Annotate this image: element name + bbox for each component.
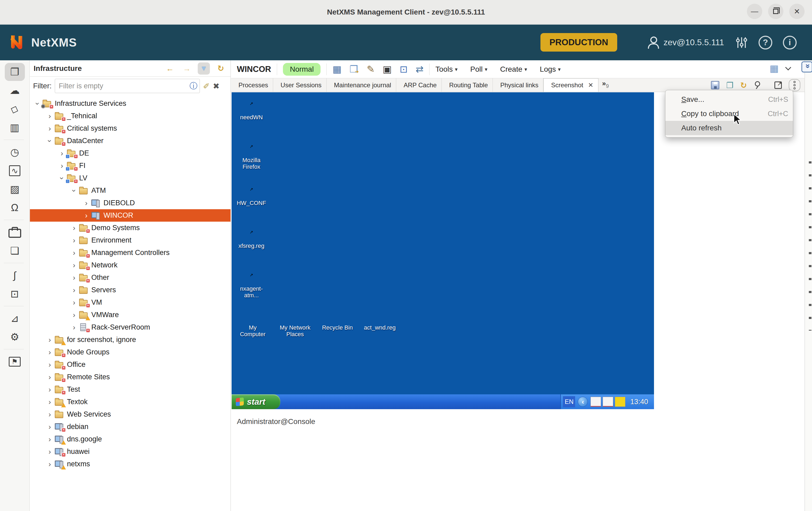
expander-icon[interactable]	[70, 324, 78, 331]
rail-terminal[interactable]	[5, 285, 25, 303]
desktop-icon[interactable]: ↗ act_wnd.reg	[359, 305, 401, 338]
pin-view-button[interactable]	[754, 81, 761, 89]
minimize-button[interactable]: —	[747, 4, 762, 19]
minimize-views-icon[interactable]: «	[802, 61, 812, 72]
filter-button[interactable]	[198, 62, 210, 74]
expander-icon[interactable]	[46, 125, 54, 132]
context-menu-item[interactable]: Copy to clipboard Ctrl+C	[665, 107, 793, 121]
tree-item[interactable]: ↑ ✕ Textok	[30, 396, 231, 408]
back-button[interactable]	[164, 62, 176, 74]
remote-control-icon[interactable]	[400, 64, 408, 75]
expander-icon[interactable]	[70, 249, 78, 257]
rail-dashboards[interactable]	[5, 143, 25, 161]
tree-item[interactable]: ↑ ✕ for screenshot, ignore	[30, 333, 231, 346]
expander-icon[interactable]	[70, 187, 78, 195]
expander-icon[interactable]	[46, 460, 54, 468]
expander-icon[interactable]	[46, 348, 54, 356]
tab[interactable]: Maintenance journal ✕	[327, 78, 396, 92]
tab[interactable]: Routing Table ✕	[442, 78, 493, 92]
save-screenshot-button[interactable]	[711, 81, 719, 89]
tree-item[interactable]: ↑ ✕ Network	[30, 259, 231, 271]
desktop-icon[interactable]: ↗ needWN	[232, 95, 271, 138]
tree-item[interactable]: ↑ ✕ FI	[30, 159, 231, 172]
tree-item[interactable]: ↑ ✕ huawei	[30, 445, 231, 458]
tree-item[interactable]: ↑ ✕ Infrastructure Services	[30, 97, 231, 110]
refresh-screenshot-button[interactable]	[740, 81, 747, 90]
expander-icon[interactable]	[46, 361, 54, 369]
copy-screenshot-button[interactable]	[726, 81, 733, 90]
rail-graphs[interactable]	[5, 161, 25, 180]
expander-icon[interactable]	[70, 261, 78, 269]
tab-close-icon[interactable]: ✕	[588, 82, 593, 89]
tree-item[interactable]: ↑ ✕ Remote Sites	[30, 371, 231, 383]
rail-pinboard[interactable]	[5, 353, 25, 370]
desktop-icon[interactable]: ↗ Mozilla Firefox	[232, 138, 271, 181]
start-button[interactable]: start	[232, 394, 280, 409]
tree-item[interactable]: ↑ ✕ VM	[30, 296, 231, 309]
expander-icon[interactable]	[46, 435, 54, 443]
expander-icon[interactable]	[70, 237, 78, 244]
tree-item[interactable]: ↑ ✕ Other	[30, 271, 231, 284]
take-screenshot-icon[interactable]	[383, 64, 392, 75]
edit-icon[interactable]	[367, 64, 375, 75]
expander-icon[interactable]	[46, 398, 54, 406]
context-menu-item[interactable]: Auto refresh	[665, 121, 793, 135]
expander-icon[interactable]	[70, 311, 78, 319]
tree-item[interactable]: ↑ ✕ Node Groups	[30, 346, 231, 358]
resync-icon[interactable]	[415, 64, 424, 75]
tray-icon[interactable]	[603, 397, 613, 407]
tree-item[interactable]: ↑ ✕ netxms	[30, 458, 231, 470]
expander-icon[interactable]	[46, 137, 54, 145]
expander-icon[interactable]	[70, 299, 78, 306]
tree-item[interactable]: ↑ ✕ Test	[30, 383, 231, 396]
tree-item[interactable]: ↑ ✕ Demo Systems	[30, 222, 231, 234]
menu-button[interactable]: Tools	[435, 65, 457, 73]
expander-icon[interactable]	[46, 448, 54, 456]
expander-icon[interactable]	[70, 286, 78, 294]
expander-icon[interactable]	[46, 411, 54, 418]
preferences-sliders-icon[interactable]	[735, 36, 748, 49]
export-icon[interactable]	[349, 64, 359, 75]
tab[interactable]: User Sessions ✕	[273, 78, 327, 92]
tree-item[interactable]: ↑ ✕ ATM	[30, 184, 231, 197]
more-options-button[interactable]	[789, 79, 800, 91]
rail-tags[interactable]	[5, 100, 25, 118]
restore-button[interactable]	[768, 4, 783, 19]
tab[interactable]: Processes ✕	[231, 78, 273, 92]
tray-collapse-icon[interactable]: ‹	[578, 397, 588, 407]
menu-button[interactable]: Logs	[540, 65, 561, 73]
expander-icon[interactable]	[58, 149, 66, 157]
tab[interactable]: ARP Cache ✕	[396, 78, 442, 92]
desktop-icon[interactable]: ↗ My Computer	[232, 305, 274, 338]
expander-icon[interactable]	[70, 274, 78, 282]
rail-maps[interactable]	[5, 180, 25, 198]
expander-icon[interactable]	[70, 224, 78, 232]
tree-item[interactable]: ↑ ✕ Critical systems	[30, 122, 231, 134]
context-menu-item[interactable]: Save... Ctrl+S	[665, 92, 793, 107]
expander-icon[interactable]	[58, 162, 66, 170]
tree-item[interactable]: ↑ ✕ debian	[30, 421, 231, 433]
open-in-window-button[interactable]	[775, 82, 782, 89]
refresh-button[interactable]	[215, 62, 227, 74]
desktop-icon[interactable]: ↗ Recycle Bin	[316, 305, 359, 338]
about-icon[interactable]: i	[783, 36, 796, 50]
rail-design[interactable]	[5, 309, 25, 327]
rail-scripts[interactable]	[5, 266, 25, 284]
tree-item[interactable]: ↑ ✕ Management Controllers	[30, 246, 231, 259]
header-chevron-down-icon[interactable]	[785, 64, 791, 71]
rail-infrastructure[interactable]	[5, 63, 25, 81]
desktop-icon[interactable]: ↗ HW_CONF	[232, 181, 271, 223]
help-icon[interactable]: ?	[758, 36, 772, 50]
object-details-icon[interactable]	[332, 64, 341, 75]
expander-icon[interactable]	[46, 423, 54, 431]
rail-business-services[interactable]	[5, 223, 25, 241]
filter-info-icon[interactable]: ⓘ	[190, 81, 198, 91]
rail-templates[interactable]	[5, 242, 25, 260]
rail-configuration[interactable]	[5, 328, 25, 346]
menu-button[interactable]: Create	[500, 65, 527, 73]
desktop-icon[interactable]: ↗ xfsreg.reg	[232, 223, 271, 266]
expander-icon[interactable]	[58, 174, 66, 182]
tree-item[interactable]: ↑ ✕ DataCenter	[30, 134, 231, 147]
close-button[interactable]: ✕	[789, 4, 805, 19]
language-indicator[interactable]: EN	[563, 396, 575, 407]
